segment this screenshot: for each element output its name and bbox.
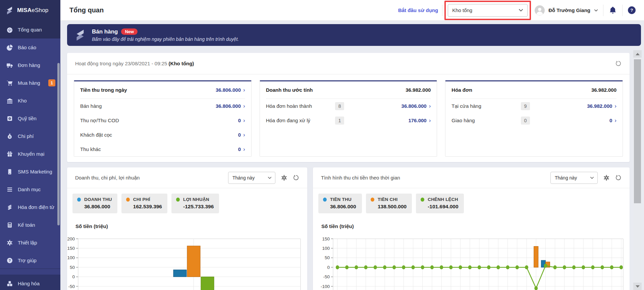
legend-dot xyxy=(371,198,374,202)
scroll-down-button[interactable] xyxy=(633,283,642,290)
avatar xyxy=(535,5,545,15)
sidebar-item-quy-tien[interactable]: Quỹ tiền xyxy=(0,110,60,127)
legend-value: 138.500.000 xyxy=(378,204,407,210)
annotation-highlight-box: Kho tổng xyxy=(444,1,531,20)
axis-title: Số tiền (triệu) xyxy=(321,223,354,229)
sidebar-divider xyxy=(0,269,60,269)
legend-label: DOANH THU xyxy=(84,197,112,202)
sidebar-item-label: Mua hàng xyxy=(18,80,40,86)
sidebar-item-kho[interactable]: Kho xyxy=(0,92,60,110)
count-badge: 8 xyxy=(335,102,344,110)
user-menu[interactable]: Đỗ Trường Giang xyxy=(535,5,598,15)
sidebar-item-tong-quan[interactable]: Tổng quan xyxy=(0,21,60,39)
sidebar-item-label: Quỹ tiền xyxy=(18,116,37,121)
banner-subtitle: Bấm vào đây để trải nghiệm ngay phiên bả… xyxy=(92,37,239,42)
notifications-button[interactable] xyxy=(603,6,622,15)
safe-icon xyxy=(6,115,13,122)
page-scrollbar-thumb[interactable] xyxy=(634,59,641,203)
invoice-icon xyxy=(6,204,13,211)
refresh-icon[interactable] xyxy=(615,60,622,67)
legend-label: TIỀN CHI xyxy=(378,197,397,202)
legend-chip[interactable]: CHÊNH LỆCH -101.694.000 xyxy=(416,194,464,213)
sidebar: MISAeShop Tổng quanBáo cáoĐơn hàngMua hà… xyxy=(0,0,60,290)
sidebar-item-bao-cao[interactable]: Báo cáo xyxy=(0,39,60,56)
legend-dot xyxy=(176,198,180,202)
card-row[interactable]: Hóa đơn hoàn thành 8 36.806.000› xyxy=(266,99,431,113)
phone-icon xyxy=(6,168,13,175)
sidebar-item-hoa-on-ien-tu[interactable]: Hóa đơn điện tử xyxy=(0,198,60,216)
chevron-right-icon: › xyxy=(429,103,431,109)
card-row[interactable]: Tại cửa hàng 9 36.982.000› xyxy=(451,99,616,113)
gear-icon[interactable] xyxy=(603,174,610,181)
svg-text:150: 150 xyxy=(67,246,75,251)
sidebar-item-hang-hoa[interactable]: Hàng hóa xyxy=(0,275,60,290)
sidebar-item-ke-toan[interactable]: Kế toán xyxy=(0,216,60,234)
pie-chart-icon xyxy=(6,44,13,51)
row-label: Bán hàng xyxy=(80,103,102,109)
legend-chip[interactable]: TIỀN THU 36.806.000 xyxy=(318,194,362,213)
legend-dot xyxy=(77,198,81,202)
sale-promo-banner[interactable]: Bán hàng New Bấm vào đây để trải nghiệm … xyxy=(67,24,641,46)
card-row[interactable]: Thu khác 0› xyxy=(80,142,245,156)
sidebar-item-chi-phi[interactable]: $Chi phí xyxy=(0,127,60,145)
gear-icon[interactable] xyxy=(281,174,287,181)
row-label: Giao hàng xyxy=(451,118,475,123)
svg-text:-100: -100 xyxy=(321,284,330,289)
card-row[interactable]: Bán hàng 36.806.000› xyxy=(80,99,245,113)
row-label: Thu nợ/Thu COD xyxy=(80,118,119,123)
legend-value: 36.806.000 xyxy=(84,204,112,210)
help-button[interactable]: ? xyxy=(623,6,637,14)
app-logo[interactable]: MISAeShop xyxy=(0,0,60,21)
page-scrollbar[interactable] xyxy=(633,50,642,290)
sidebar-item-thiet-lap[interactable]: Thiết lập xyxy=(0,234,60,251)
card-row[interactable]: Hóa đơn đang xử lý 1 176.000› xyxy=(266,113,431,128)
revenue-cost-profit-panel: Doanh thu, chi phí, lợi nhuận Tháng này xyxy=(67,167,307,290)
row-label: Khách đặt cọc xyxy=(80,132,112,138)
row-value: 0› xyxy=(238,132,245,138)
svg-text:50: 50 xyxy=(325,255,330,260)
card-header-label: Doanh thu ước tính xyxy=(266,87,313,93)
legend-dot xyxy=(323,198,327,202)
sidebar-item-danh-muc[interactable]: Danh mục xyxy=(0,180,60,198)
sidebar-item-label: Báo cáo xyxy=(18,45,36,50)
chevron-down-icon xyxy=(590,176,594,179)
daily-activity-panel: Hoạt động trong ngày 23/08/2021 - 09:25 … xyxy=(67,53,630,162)
card-row[interactable]: Thu nợ/Thu COD 0› xyxy=(80,113,245,128)
period-selector[interactable]: Tháng này xyxy=(550,172,598,184)
divider xyxy=(442,5,442,16)
legend-chip[interactable]: CHI PHÍ 162.539.396 xyxy=(121,194,167,213)
sidebar-item-label: Chi phí xyxy=(18,133,34,139)
start-using-link[interactable]: Bắt đầu sử dụng xyxy=(398,7,438,13)
sidebar-item-tro-giup[interactable]: ?Trợ giúp xyxy=(0,251,60,269)
legend-label: TIỀN THU xyxy=(330,197,352,202)
legend-chip[interactable]: TIỀN CHI 138.500.000 xyxy=(366,194,412,213)
sidebar-item-mua-hang[interactable]: Mua hàng1 xyxy=(0,74,60,92)
row-label: Thu khác xyxy=(80,146,101,152)
axis-title: Số tiền (triệu) xyxy=(75,223,108,229)
legend-chip[interactable]: DOANH THU 36.806.000 xyxy=(72,194,117,213)
cashflow-chart: 150100500-50-100 xyxy=(313,233,630,290)
row-value: 176.000› xyxy=(408,117,431,124)
refresh-icon[interactable] xyxy=(293,174,299,181)
scroll-up-button[interactable] xyxy=(633,50,642,58)
card-row[interactable]: Khách đặt cọc 0› xyxy=(80,128,245,142)
sidebar-item--on-hang[interactable]: Đơn hàng xyxy=(0,56,60,74)
sidebar-item-label: Danh mục xyxy=(18,187,41,192)
sidebar-item-sms-marketing[interactable]: SMS Marketing xyxy=(0,163,60,180)
sidebar-item-khuyen-mai[interactable]: Khuyến mại xyxy=(0,145,60,163)
revenue-cost-profit-chart: 200150100500-50 xyxy=(67,233,307,290)
legend-chip[interactable]: LỢI NHUẬN -125.733.396 xyxy=(171,194,219,213)
refresh-icon[interactable] xyxy=(615,174,622,181)
store-selector[interactable]: Kho tổng xyxy=(448,4,528,17)
legend-value: -101.694.000 xyxy=(428,204,458,210)
card-header[interactable]: Tiền thu trong ngày 36.806.000› xyxy=(80,81,245,99)
card-header[interactable]: Doanh thu ước tính 36.982.000 xyxy=(266,81,431,99)
svg-text:-50: -50 xyxy=(68,284,75,289)
legend-label: CHI PHÍ xyxy=(133,197,150,202)
card-header-value: 36.806.000› xyxy=(216,87,245,93)
card-header[interactable]: Hóa đơn 36.982.000 xyxy=(451,81,616,99)
bank-icon xyxy=(6,97,13,104)
period-selector[interactable]: Tháng này xyxy=(228,172,275,184)
sidebar-scrollbar[interactable] xyxy=(57,63,60,225)
card-row[interactable]: Giao hàng 0 0› xyxy=(451,113,616,128)
